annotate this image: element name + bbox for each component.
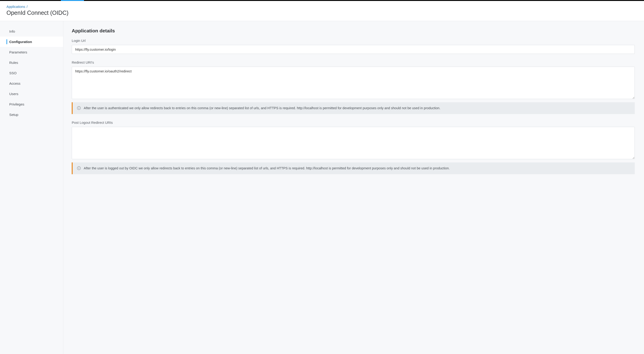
- sidebar-item-info[interactable]: Info: [0, 26, 63, 36]
- post-logout-uris-textarea[interactable]: [72, 127, 635, 159]
- sidebar-item-configuration[interactable]: Configuration: [0, 36, 63, 47]
- post-logout-uris-field-group: Post Logout Redirect URIs After the user…: [72, 120, 635, 174]
- sidebar-item-access[interactable]: Access: [0, 78, 63, 88]
- redirect-uris-field-group: Redirect URI's After the user is authent…: [72, 60, 635, 114]
- redirect-uris-label: Redirect URI's: [72, 60, 635, 64]
- redirect-uris-info-text: After the user is authenticated we only …: [84, 106, 630, 111]
- section-title: Application details: [72, 28, 635, 34]
- sidebar-item-setup[interactable]: Setup: [0, 110, 63, 120]
- post-logout-uris-info-banner: After the user is logged out by OIDC we …: [72, 162, 635, 174]
- sidebar: Info Configuration Parameters Rules SSO …: [0, 21, 64, 354]
- breadcrumb-separator: /: [26, 5, 28, 8]
- sidebar-item-users[interactable]: Users: [0, 88, 63, 99]
- sidebar-item-sso[interactable]: SSO: [0, 68, 63, 78]
- info-icon: [77, 166, 81, 170]
- post-logout-uris-label: Post Logout Redirect URIs: [72, 120, 635, 124]
- page-title: OpenId Connect (OIDC): [6, 10, 638, 16]
- redirect-uris-textarea[interactable]: [72, 67, 635, 99]
- login-url-field-group: Login Url: [72, 39, 635, 54]
- breadcrumb: Applications /: [6, 5, 638, 8]
- login-url-input[interactable]: [72, 45, 635, 54]
- sidebar-item-parameters[interactable]: Parameters: [0, 47, 63, 58]
- main-content: Application details Login Url Redirect U…: [64, 21, 644, 354]
- page-header: Applications / OpenId Connect (OIDC): [0, 1, 644, 21]
- breadcrumb-parent-link[interactable]: Applications: [6, 5, 25, 8]
- redirect-uris-info-banner: After the user is authenticated we only …: [72, 102, 635, 114]
- info-icon: [77, 106, 81, 110]
- top-loading-bar: [0, 0, 644, 1]
- post-logout-uris-info-text: After the user is logged out by OIDC we …: [84, 166, 630, 171]
- sidebar-item-rules[interactable]: Rules: [0, 58, 63, 68]
- sidebar-item-privileges[interactable]: Privileges: [0, 99, 63, 110]
- svg-point-2: [79, 107, 79, 108]
- login-url-label: Login Url: [72, 39, 635, 42]
- top-loading-accent: [61, 0, 84, 1]
- svg-point-5: [79, 167, 79, 168]
